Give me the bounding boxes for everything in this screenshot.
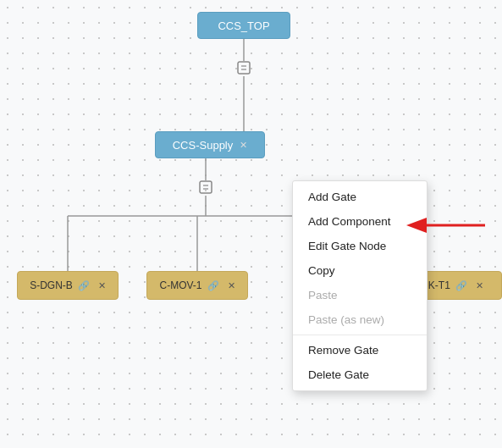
close-icon[interactable]: ✕ <box>240 140 247 151</box>
menu-item-remove-gate[interactable]: Remove Gate <box>293 338 427 362</box>
close-icon[interactable]: ✕ <box>98 280 106 291</box>
menu-item-copy[interactable]: Copy <box>293 258 427 283</box>
node-label: S-DGN-B <box>30 279 73 291</box>
menu-item-delete-gate[interactable]: Delete Gate <box>293 362 427 387</box>
menu-divider <box>293 335 427 335</box>
link-icon[interactable]: 🔗 <box>455 280 467 291</box>
red-arrow-indicator <box>405 213 489 237</box>
node-ccs-supply[interactable]: CCS-Supply ✕ <box>155 131 265 158</box>
node-s-dgn-b[interactable]: S-DGN-B 🔗 ✕ <box>17 271 119 300</box>
svg-rect-12 <box>200 181 212 193</box>
node-label: C-MOV-1 <box>159 279 201 291</box>
link-icon[interactable]: 🔗 <box>78 280 90 291</box>
gate-icon-top <box>236 60 251 75</box>
node-c-mov-1[interactable]: C-MOV-1 🔗 ✕ <box>146 271 248 300</box>
node-label: CCS-Supply <box>173 139 234 152</box>
close-icon[interactable]: ✕ <box>228 280 235 291</box>
close-icon[interactable]: ✕ <box>476 280 483 291</box>
svg-rect-9 <box>238 62 250 74</box>
node-ccs-top[interactable]: CCS_TOP <box>197 12 290 39</box>
menu-item-add-gate[interactable]: Add Gate <box>293 185 427 209</box>
link-icon[interactable]: 🔗 <box>207 280 219 291</box>
node-label: CCS_TOP <box>218 19 269 32</box>
menu-item-edit-gate-node[interactable]: Edit Gate Node <box>293 234 427 258</box>
gate-icon-supply <box>198 180 213 195</box>
context-menu: Add Gate Add Component Edit Gate Node Co… <box>292 180 428 391</box>
menu-item-paste-as-new: Paste (as new) <box>293 307 427 332</box>
menu-item-paste: Paste <box>293 283 427 307</box>
